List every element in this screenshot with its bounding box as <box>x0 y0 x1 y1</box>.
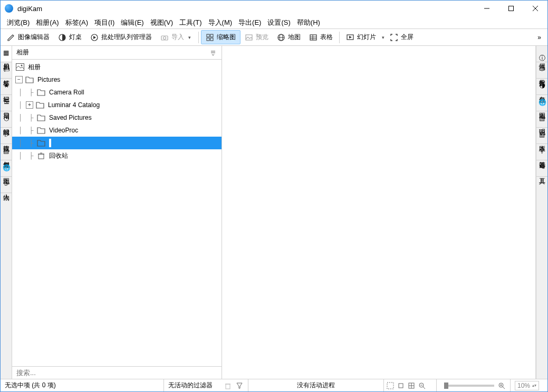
zoom-selection-icon[interactable] <box>397 381 405 390</box>
svg-rect-26 <box>226 384 230 389</box>
palette-icon: ◑ <box>539 82 546 89</box>
chevron-down-icon: ▾ <box>187 35 192 40</box>
right-tab-captions[interactable]: ▤说明 <box>536 111 547 128</box>
chevron-right-icon: » <box>537 34 541 41</box>
panel-header: 相册 <box>12 46 222 60</box>
search-row <box>12 366 222 379</box>
spinner-icon: ▴▾ <box>532 383 536 388</box>
left-tab-similarity[interactable]: ▤相似度 <box>1 144 12 160</box>
person-icon: ☺ <box>3 180 10 187</box>
right-tab-versions[interactable]: ▥版本 <box>536 128 547 144</box>
zoom-input[interactable]: 10% ▴▾ <box>515 381 539 390</box>
app-icon <box>5 4 13 13</box>
menu-import[interactable]: 导入(M) <box>205 17 236 28</box>
right-tab-filters[interactable]: ▽筛选器 <box>536 144 547 160</box>
left-tab-labels[interactable]: ★标记 <box>1 79 12 95</box>
right-tab-map[interactable]: 🌐地图 <box>536 95 547 111</box>
light-table-button[interactable]: 灯桌 <box>54 31 86 44</box>
close-button[interactable] <box>523 1 547 16</box>
left-tab-people[interactable]: ☺人物 <box>1 177 12 193</box>
preview-label: 预览 <box>256 33 268 42</box>
tree-toggle[interactable]: − <box>15 76 23 83</box>
menu-browse[interactable]: 浏览(B) <box>4 17 33 28</box>
toolbar-separator <box>198 32 199 43</box>
tree-row[interactable]: │├ <box>12 137 222 149</box>
zoom-fit-icon[interactable] <box>386 381 395 390</box>
image-editor-button[interactable]: 图像编辑器 <box>3 31 54 44</box>
menu-edit[interactable]: 编辑(E) <box>118 17 147 28</box>
tree-row[interactable]: │├Camera Roll <box>12 86 222 99</box>
zoom-in-icon[interactable] <box>497 381 506 390</box>
right-tab-tools[interactable]: ✎工具 <box>536 160 547 177</box>
album-tree[interactable]: 相册 −Pictures│├Camera Roll│+Luminar 4 Cat… <box>12 60 222 366</box>
map-label: 地图 <box>288 33 301 42</box>
left-tab-tags[interactable]: 🏷标签 <box>1 62 12 79</box>
tree-row[interactable]: −Pictures <box>12 73 222 86</box>
fullscreen-button[interactable]: 全屏 <box>386 31 418 44</box>
minimize-button[interactable] <box>475 1 499 16</box>
preview-button[interactable]: 预览 <box>241 31 273 44</box>
tree-row[interactable]: │├Saved Pictures <box>12 111 222 124</box>
left-tab-albums[interactable]: ▦相册 <box>1 46 12 62</box>
tree-label: Luminar 4 Catalog <box>48 101 100 109</box>
menu-tags[interactable]: 标签(A) <box>62 17 91 28</box>
funnel-icon[interactable] <box>235 381 244 390</box>
search-icon: ⌕ <box>3 131 10 138</box>
svg-rect-23 <box>39 154 44 159</box>
tree-row[interactable]: │+Luminar 4 Catalog <box>12 99 222 111</box>
map-button[interactable]: 地图 <box>273 31 305 44</box>
chevron-down-icon[interactable]: ▾ <box>380 35 386 40</box>
left-tab-dates[interactable]: ☰日期 <box>1 95 12 111</box>
table-label: 表格 <box>320 33 333 42</box>
left-tab-timeline[interactable]: ◷时间线 <box>1 111 12 128</box>
tree-label-editing[interactable] <box>49 139 51 147</box>
thumbnails-button[interactable]: 缩略图 <box>201 30 241 44</box>
collapse-icon[interactable] <box>209 49 217 57</box>
picture-icon <box>15 63 25 71</box>
left-tab-map[interactable]: 🌐地图 <box>1 160 12 177</box>
right-tab-properties[interactable]: ⓘ属性 <box>536 46 547 62</box>
import-label: 导入 <box>171 33 184 42</box>
tree-row[interactable]: │├VideoProc <box>12 124 222 137</box>
toolbar-overflow-button[interactable]: » <box>533 32 545 43</box>
batch-icon <box>90 33 99 42</box>
star-icon: ★ <box>3 82 10 89</box>
table-button[interactable]: 表格 <box>305 31 337 44</box>
zoom-out-icon[interactable] <box>418 381 426 390</box>
folder-icon <box>36 126 46 135</box>
tree-row[interactable]: │├回收站 <box>12 149 222 162</box>
svg-rect-1 <box>509 6 514 11</box>
tree-label: 相册 <box>28 63 41 72</box>
tree-label: Saved Pictures <box>49 114 92 121</box>
trash-icon[interactable] <box>224 381 232 390</box>
maximize-button[interactable] <box>499 1 523 16</box>
svg-rect-9 <box>210 34 213 37</box>
table-icon <box>309 33 318 42</box>
zoom-slider[interactable] <box>444 385 494 387</box>
left-tab-search[interactable]: ⌕查找 <box>1 128 12 144</box>
import-button[interactable]: 导入 ▾ <box>156 31 196 44</box>
menu-help[interactable]: 帮助(H) <box>294 17 323 28</box>
slideshow-label: 幻灯片 <box>357 33 376 42</box>
tree-root[interactable]: 相册 <box>12 61 222 73</box>
tree-toggle[interactable]: + <box>26 101 33 109</box>
menu-item[interactable]: 项目(I) <box>91 17 118 28</box>
menu-album[interactable]: 相册(A) <box>33 17 62 28</box>
slideshow-button[interactable]: 幻灯片 <box>342 31 380 44</box>
play-icon <box>346 33 354 42</box>
right-tab-metadata[interactable]: ⟨⟩元数据 <box>536 62 547 79</box>
svg-line-39 <box>503 387 505 389</box>
menu-view[interactable]: 视图(V) <box>147 17 176 28</box>
zoom-100-icon[interactable] <box>407 381 416 390</box>
image-icon: ▦ <box>3 49 10 56</box>
batch-queue-button[interactable]: 批处理队列管理器 <box>86 31 156 44</box>
menu-tools[interactable]: 工具(T) <box>176 17 205 28</box>
right-tab-colors[interactable]: ◑颜色 <box>536 79 547 95</box>
svg-rect-10 <box>207 38 209 41</box>
menu-settings[interactable]: 设置(S) <box>264 17 293 28</box>
thumbnail-area[interactable] <box>222 46 536 379</box>
left-sidebar-tabs: ▦相册 🏷标签 ★标记 ☰日期 ◷时间线 ⌕查找 ▤相似度 🌐地图 ☺人物 <box>1 46 12 379</box>
menu-export[interactable]: 导出(E) <box>235 17 264 28</box>
zoom-thumb[interactable] <box>444 383 448 389</box>
search-input[interactable] <box>12 367 222 379</box>
